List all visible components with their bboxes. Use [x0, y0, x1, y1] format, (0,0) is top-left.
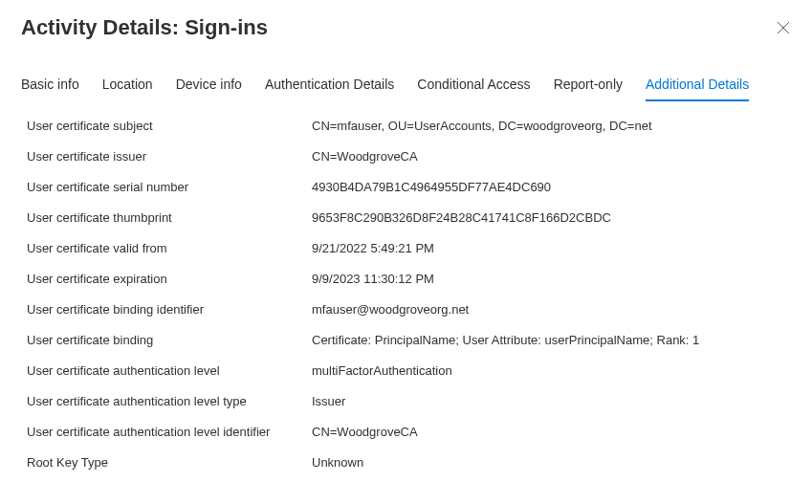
- detail-row: User certificate authentication level ty…: [27, 386, 791, 417]
- detail-value: CN=mfauser, OU=UserAccounts, DC=woodgrov…: [312, 118, 791, 135]
- details-content: User certificate subjectCN=mfauser, OU=U…: [0, 101, 812, 478]
- detail-value: Unknown: [312, 454, 791, 471]
- detail-label: User certificate subject: [27, 118, 312, 135]
- tab-conditional-access[interactable]: Conditional Access: [417, 77, 530, 101]
- detail-row: User certificate bindingCertificate: Pri…: [27, 325, 791, 356]
- detail-label: User certificate authentication level: [27, 362, 312, 380]
- detail-row: User certificate valid from9/21/2022 5:4…: [27, 233, 791, 264]
- detail-label: User certificate issuer: [27, 148, 312, 165]
- detail-row: User certificate authentication levelmul…: [27, 356, 791, 386]
- detail-row: User certificate issuerCN=WoodgroveCA: [27, 142, 791, 172]
- detail-value: 9653F8C290B326D8F24B28C41741C8F166D2CBDC: [312, 209, 791, 227]
- detail-row: User certificate subjectCN=mfauser, OU=U…: [27, 111, 791, 142]
- detail-label: User certificate binding identifier: [27, 301, 312, 318]
- detail-label: Root Key Type: [27, 454, 312, 471]
- detail-value: CN=WoodgroveCA: [312, 148, 791, 165]
- detail-row: User certificate serial number4930B4DA79…: [27, 172, 791, 203]
- detail-value: multiFactorAuthentication: [312, 362, 791, 380]
- detail-label: User certificate serial number: [27, 179, 312, 196]
- detail-label: User certificate authentication level ty…: [27, 393, 312, 410]
- detail-row: User certificate expiration9/9/2023 11:3…: [27, 264, 791, 295]
- detail-row: Root Key TypeUnknown: [27, 448, 791, 478]
- close-icon: [777, 21, 790, 34]
- tab-additional-details[interactable]: Additional Details: [646, 77, 749, 101]
- detail-label: User certificate authentication level id…: [27, 424, 312, 441]
- tab-authentication-details[interactable]: Authentication Details: [265, 77, 394, 101]
- detail-value: Issuer: [312, 393, 791, 410]
- tab-bar: Basic infoLocationDevice infoAuthenticat…: [0, 77, 812, 101]
- detail-label: User certificate expiration: [27, 271, 312, 288]
- detail-label: User certificate valid from: [27, 240, 312, 257]
- detail-value: Certificate: PrincipalName; User Attribu…: [312, 332, 791, 349]
- tab-report-only[interactable]: Report-only: [554, 77, 623, 101]
- tab-device-info[interactable]: Device info: [176, 77, 242, 101]
- page-title: Activity Details: Sign-ins: [21, 15, 268, 40]
- detail-row: User certificate thumbprint9653F8C290B32…: [27, 203, 791, 233]
- detail-label: User certificate thumbprint: [27, 209, 312, 227]
- detail-value: 4930B4DA79B1C4964955DF77AE4DC690: [312, 179, 791, 196]
- tab-basic-info[interactable]: Basic info: [21, 77, 79, 101]
- pane-header: Activity Details: Sign-ins: [0, 0, 812, 50]
- close-button[interactable]: [776, 20, 791, 35]
- detail-value: 9/9/2023 11:30:12 PM: [312, 271, 791, 288]
- detail-row: User certificate authentication level id…: [27, 417, 791, 448]
- detail-value: 9/21/2022 5:49:21 PM: [312, 240, 791, 257]
- detail-label: User certificate binding: [27, 332, 312, 349]
- detail-value: CN=WoodgroveCA: [312, 424, 791, 441]
- tab-location[interactable]: Location: [102, 77, 153, 101]
- detail-row: User certificate binding identifiermfaus…: [27, 295, 791, 325]
- detail-value: mfauser@woodgroveorg.net: [312, 301, 791, 318]
